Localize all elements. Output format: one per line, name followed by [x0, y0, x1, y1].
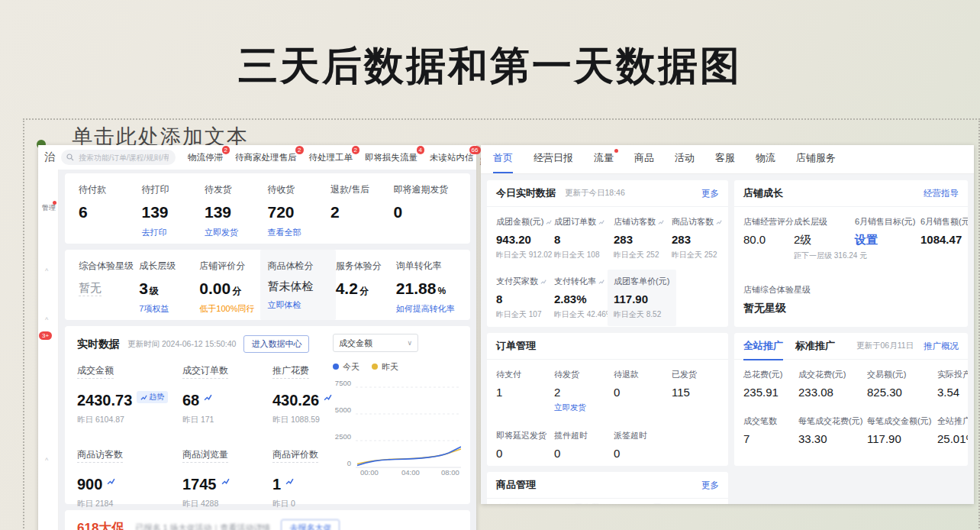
todo-card: 待付款 6 待打印 139 去打印 待发货 139 立即发货 [65, 173, 470, 244]
star-value: 暂无星级 [743, 302, 959, 315]
trend-icon[interactable] [107, 477, 115, 486]
panel-title: 商品管理 [496, 478, 536, 492]
trend-icon[interactable] [221, 477, 230, 486]
below-peers-link[interactable]: 低于100%同行 [199, 303, 260, 315]
chevron-up-icon[interactable]: ^ [45, 316, 48, 324]
metric-highlight: 成团客单价(元)117.90昨日全天 8.52 [608, 270, 676, 326]
tab-logistics[interactable]: 物流 [756, 151, 775, 173]
data-center-button[interactable]: 进入数据中心 [243, 335, 309, 353]
canvas: 三天后数据和第一天数据图 单击此处添加文本 治 物流停滞2 待商家处理售后2 待… [0, 0, 980, 530]
clipped-label: 出售中 [496, 503, 521, 504]
search-box[interactable] [61, 150, 176, 165]
trend-icon[interactable] [285, 477, 294, 486]
guide-link[interactable]: 经营指导 [924, 188, 959, 199]
topnav-item-traffic-loss[interactable]: 即将损失流量4 [365, 152, 417, 163]
trend-icon [716, 219, 722, 225]
goods-management-panel: 商品管理 更多 出售中 已售罄 已下架 [487, 472, 728, 504]
panel-title: 订单管理 [496, 339, 536, 353]
rating-card: 综合体验星级 暂无 成长层级 3级 7项权益 店铺评价分 0.00分 低于100… [65, 250, 470, 320]
check-now-link[interactable]: 立即体检 [268, 299, 328, 311]
metric-refund: 退款/售后 2 [330, 183, 394, 244]
metric: 成长层级2级距下一层级 316.24 元 [794, 216, 855, 261]
tab-standard-promo[interactable]: 标准推广 [795, 333, 835, 360]
right-nav: 首页 经营日报 流量 商品 活动 客服 物流 店铺服务 [481, 145, 974, 174]
promo-overview-link[interactable]: 推广概况 [924, 341, 959, 352]
tab-shop-service[interactable]: 店铺服务 [796, 151, 836, 173]
metric-star-level: 综合体验星级 暂无 [79, 260, 139, 320]
metric: 店铺经营评分80.0 [743, 216, 794, 261]
metric: 成交花费(元)233.08 [798, 369, 867, 399]
more-link[interactable]: 更多 [701, 480, 719, 491]
legend-dot [333, 364, 339, 370]
sidebar-badge: 3+ [39, 331, 52, 340]
go-print-link[interactable]: 去打印 [142, 227, 205, 238]
left-sidebar: 管理 ^ ^ 3+ ^ [38, 170, 59, 530]
ship-now-link[interactable]: 立即发货 [205, 227, 268, 238]
trend-badge[interactable]: 趋势 [137, 391, 168, 403]
metric-select[interactable]: 成交金额 ∨ [333, 334, 418, 352]
promo-banner: 618大促 已报名 1 场大促活动｜查看活动详情 去报名大促 [65, 510, 470, 530]
tab-sitewide-promo[interactable]: 全站推广 [743, 333, 783, 360]
topnav-item-logistics[interactable]: 物流停滞2 [188, 152, 223, 163]
chevron-down-icon: ∨ [407, 339, 412, 347]
promotion-panel: 全站推广 标准推广 更新于06月11日 推广概况 总花费(元)235.91 成交… [734, 333, 968, 466]
metric: 店铺访客数283昨日全天 252 [614, 216, 672, 260]
trend-icon [546, 219, 552, 225]
rights-link[interactable]: 7项权益 [139, 303, 199, 315]
red-dot [614, 149, 618, 153]
trend-icon[interactable] [204, 393, 212, 402]
topnav-item-aftersale[interactable]: 待商家处理售后2 [235, 152, 297, 163]
ship-now-link[interactable]: 立即发货 [554, 402, 614, 413]
metric: 6月销售目标(元)设置 [855, 216, 920, 261]
badge: 2 [222, 146, 230, 154]
metric: 成交笔数7 [743, 415, 798, 445]
chevron-up-icon[interactable]: ^ [45, 267, 48, 275]
order-management-panel: 订单管理 待支付1 待发货2立即发货 待退款0 已发货115 即将延迟发货0 揽… [487, 333, 728, 466]
clipped-label: 已售罄 [575, 503, 600, 504]
legend-yesterday[interactable]: 昨天 [372, 361, 398, 373]
metric: 支付转化率2.83%昨日全天 42.46% [554, 276, 614, 326]
topnav-item-messages[interactable]: 未读站内信66 [430, 152, 474, 163]
left-dashboard: 治 物流停滞2 待商家处理售后2 待处理工单2 即将损失流量4 未读站内信66 … [38, 145, 476, 530]
metric: 6月销售额(元)1084.47 [920, 216, 968, 261]
chart-canvas [356, 383, 461, 468]
metric-to-print: 待打印 139 去打印 [142, 183, 205, 244]
chart-legend: 今天 昨天 [333, 361, 464, 373]
chevron-up-icon[interactable]: ^ [45, 457, 48, 464]
promo-618-title: 618大促 [77, 519, 124, 530]
metric: 每笔成交花费(元)33.30 [798, 415, 867, 445]
metric-goods-visitors: 商品访客数 900 昨日 2184 [77, 447, 182, 509]
trend-icon[interactable] [324, 393, 332, 402]
realtime-card: 实时数据 更新时间 2024-06-12 15:50:40 进入数据中心 成交金… [65, 326, 470, 504]
tab-activity[interactable]: 活动 [675, 151, 695, 173]
metric-gmv: 成交金额 2430.73 趋势 昨日 6104.87 [77, 363, 182, 425]
metric-goods-views: 商品浏览量 1745 昨日 4288 [182, 447, 272, 509]
tab-traffic[interactable]: 流量 [594, 151, 614, 173]
tab-home[interactable]: 首页 [493, 151, 513, 173]
metric: 全站推广费比25.01% [937, 415, 968, 445]
content-frame: 单击此处添加文本 治 物流停滞2 待商家处理售后2 待处理工单2 即将损失流量4… [23, 118, 980, 530]
metric: 成团金额(元)943.20昨日全天 912.02 [496, 216, 554, 260]
badge: 2 [352, 146, 359, 154]
view-all-link[interactable]: 查看全部 [268, 227, 331, 238]
promo-signup-button[interactable]: 去报名大促 [281, 519, 340, 530]
metric: 揽件超时0 [554, 430, 614, 460]
search-input[interactable] [77, 153, 170, 163]
improve-rate-link[interactable]: 如何提高转化率 [396, 303, 456, 315]
metric-overdue-ship: 即将逾期发货 0 [394, 183, 457, 244]
star-label: 店铺综合体验星级 [743, 284, 959, 296]
more-link[interactable]: 更多 [701, 188, 719, 199]
topnav-item-workorder[interactable]: 待处理工单2 [309, 152, 353, 163]
legend-today[interactable]: 今天 [333, 361, 359, 373]
metric: 成团订单数8昨日全天 108 [554, 216, 614, 260]
tab-service[interactable]: 客服 [715, 151, 735, 173]
panel-updated: 更新于06月11日 [856, 341, 914, 351]
badge: 66 [469, 146, 481, 154]
tab-daily-report[interactable]: 经营日报 [534, 151, 573, 173]
shop-growth-panel: 店铺成长 经营指导 店铺经营评分80.0 成长层级2级距下一层级 316.24 … [734, 180, 968, 327]
metric: 每笔成交金额(元)117.90 [867, 415, 937, 445]
search-icon [66, 154, 74, 161]
tab-goods[interactable]: 商品 [634, 151, 654, 173]
set-target-link[interactable]: 设置 [855, 233, 920, 247]
panel-title: 今日实时数据 [496, 186, 556, 200]
